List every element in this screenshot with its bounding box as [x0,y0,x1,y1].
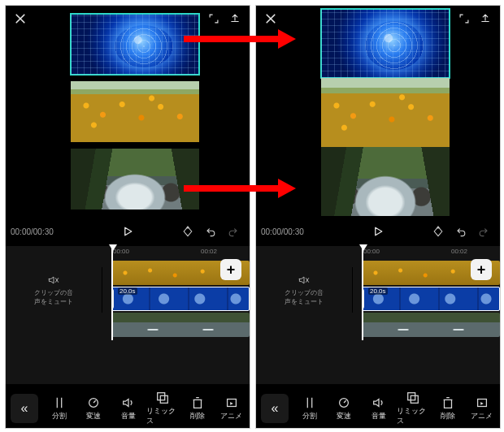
editor-panel-after: 00:00/00:30 00:00 00:02 クリップの音 声をミュート [255,5,501,429]
tool-speed[interactable]: 変速 [328,395,360,421]
tracks: 20.0s + [111,261,250,285]
undo-icon[interactable] [453,223,469,240]
clip-duration-badge: 20.0s [118,287,137,295]
tool-remix[interactable]: リミックス [146,391,179,426]
svg-rect-5 [408,393,415,400]
svg-rect-1 [158,393,165,400]
mute-label-1: クリップの音 [34,289,73,297]
preview-stack [71,14,199,210]
preview-clip-creek[interactable] [71,149,199,210]
ruler-tick: 00:00 [113,248,129,255]
preview-stack [321,9,450,216]
transport-bar: 00:00/00:30 [6,218,250,244]
timeline: 00:00 00:02 クリップの音 声をミュート 20.0s + [256,246,500,384]
tool-speed[interactable]: 変速 [77,395,110,421]
export-icon[interactable] [227,11,243,27]
preview-clip-globe[interactable] [71,14,199,75]
close-icon[interactable] [12,11,28,27]
track-clip-creek[interactable] [111,313,250,337]
tool-remix[interactable]: リミックス [397,391,429,426]
mute-label-1: クリップの音 [285,289,324,297]
tool-anim[interactable]: アニメ [215,395,248,421]
fullscreen-icon[interactable] [456,11,472,27]
preview-clip-flowers[interactable] [71,81,199,142]
mute-label-2: 声をミュート [34,298,73,306]
add-clip-button[interactable]: + [220,259,241,280]
fullscreen-icon[interactable] [206,11,222,27]
keyframe-icon[interactable] [180,223,196,240]
playhead[interactable] [111,246,113,340]
tool-volume[interactable]: 音量 [363,395,395,421]
timecode: 00:00/00:30 [11,227,54,236]
timeline: 00:00 00:02 クリップの音 声をミュート 20.0s + [6,246,250,384]
transport-bar: 00:00/00:30 [256,218,500,244]
clip-duration-badge: 20.0s [368,287,388,295]
track-clip-globe[interactable]: 20.0s [362,287,500,311]
keyframe-icon[interactable] [430,223,446,240]
editor-panel-before: 00:00/00:30 00:00 00:02 クリップの音 声をミュート [5,5,250,429]
redo-icon[interactable] [225,223,241,240]
play-button[interactable] [121,225,134,238]
track-clip-creek[interactable] [362,313,500,337]
time-ruler[interactable]: 00:00 00:02 [111,246,250,257]
collapse-toolbar-button[interactable]: « [11,394,38,423]
tracks: 20.0s + [362,261,500,285]
tool-delete[interactable]: 削除 [181,395,214,421]
tool-split[interactable]: 分割 [43,395,76,421]
svg-rect-2 [160,395,167,403]
redo-icon[interactable] [476,223,492,240]
collapse-toolbar-button[interactable]: « [261,394,289,423]
export-icon[interactable] [477,11,493,27]
tool-anim[interactable]: アニメ [466,395,498,421]
preview-clip-flowers[interactable] [321,78,450,147]
playhead[interactable] [362,246,363,340]
mute-clip-audio[interactable]: クリップの音 声をミュート [6,267,102,313]
add-clip-button[interactable]: + [471,259,492,280]
play-button[interactable] [371,225,385,238]
tool-delete[interactable]: 削除 [432,395,464,421]
ruler-tick: 00:00 [363,248,380,255]
comparison-stage: { "timecode": { "current": "00:00", "tot… [0,0,504,432]
timecode: 00:00/00:30 [261,227,304,236]
preview-clip-creek[interactable] [321,147,450,216]
mute-clip-audio[interactable]: クリップの音 声をミュート [256,267,353,313]
time-ruler[interactable]: 00:00 00:02 [362,246,500,257]
bottom-toolbar: « 分割 変速 音量 リミックス 削除 アニメ [6,389,250,428]
tool-volume[interactable]: 音量 [112,395,145,421]
ruler-tick: 00:02 [201,248,217,255]
preview-clip-globe[interactable] [321,9,450,78]
track-clip-globe[interactable]: 20.0s [111,287,250,311]
svg-rect-6 [411,395,418,403]
bottom-toolbar: « 分割 変速 音量 リミックス 削除 アニメ [256,389,500,428]
tool-split[interactable]: 分割 [293,395,326,421]
ruler-tick: 00:02 [451,248,467,255]
undo-icon[interactable] [202,223,219,240]
mute-label-2: 声をミュート [285,298,324,306]
close-icon[interactable] [263,11,279,27]
